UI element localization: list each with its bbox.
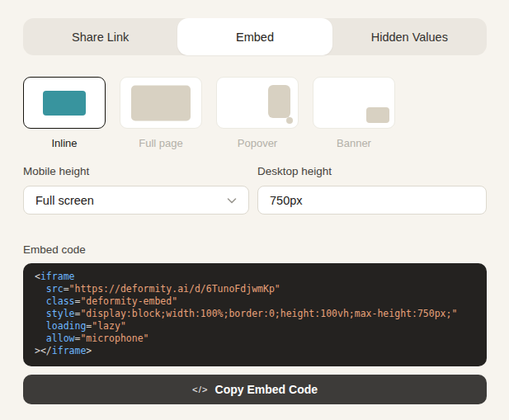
- tab-embed[interactable]: Embed: [177, 18, 332, 55]
- embed-type-label: Popover: [216, 137, 299, 149]
- mobile-height-select[interactable]: Full screen: [23, 186, 249, 215]
- inline-card: [23, 77, 106, 129]
- desktop-height-label: Desktop height: [257, 165, 487, 177]
- popover-card: [216, 77, 299, 129]
- embed-panel: Share Link Embed Hidden Values Inline Fu…: [0, 0, 509, 420]
- code-icon: </>: [192, 385, 209, 394]
- fullpage-thumbnail-icon: [131, 85, 191, 120]
- embed-type-fullpage[interactable]: Full page: [120, 77, 202, 149]
- popover-thumbnail-icon: [268, 85, 290, 118]
- mobile-height-field: Mobile height Full screen: [23, 165, 249, 215]
- tab-hidden-values[interactable]: Hidden Values: [332, 18, 487, 55]
- height-fields: Mobile height Full screen Desktop height: [23, 165, 487, 215]
- embed-type-inline[interactable]: Inline: [23, 77, 106, 149]
- banner-card: [313, 77, 395, 129]
- embed-type-label: Banner: [313, 137, 395, 149]
- desktop-height-input[interactable]: [257, 186, 487, 215]
- embed-type-banner[interactable]: Banner: [313, 77, 395, 149]
- chevron-down-icon: [225, 194, 238, 207]
- embed-code-section: Embed code <iframe src="https://deformit…: [23, 243, 487, 366]
- embed-type-label: Inline: [23, 137, 106, 149]
- embed-type-popover[interactable]: Popover: [216, 77, 299, 149]
- fullpage-card: [120, 77, 202, 129]
- tab-share-link[interactable]: Share Link: [23, 18, 177, 55]
- embed-code-label: Embed code: [23, 243, 487, 256]
- tab-bar: Share Link Embed Hidden Values: [23, 18, 487, 55]
- inline-thumbnail-icon: [43, 91, 86, 116]
- embed-type-options: Inline Full page Popover Banner: [23, 77, 395, 149]
- mobile-height-value: Full screen: [35, 194, 225, 207]
- copy-button-label: Copy Embed Code: [215, 383, 318, 396]
- embed-code: <iframe src="https://deformity.ai/d/6Tun…: [23, 263, 487, 366]
- popover-dot-icon: [286, 117, 293, 124]
- desktop-height-field: Desktop height: [257, 165, 487, 215]
- mobile-height-label: Mobile height: [23, 165, 249, 177]
- banner-thumbnail-icon: [366, 107, 389, 123]
- copy-embed-code-button[interactable]: </> Copy Embed Code: [23, 375, 487, 404]
- embed-type-label: Full page: [120, 137, 202, 149]
